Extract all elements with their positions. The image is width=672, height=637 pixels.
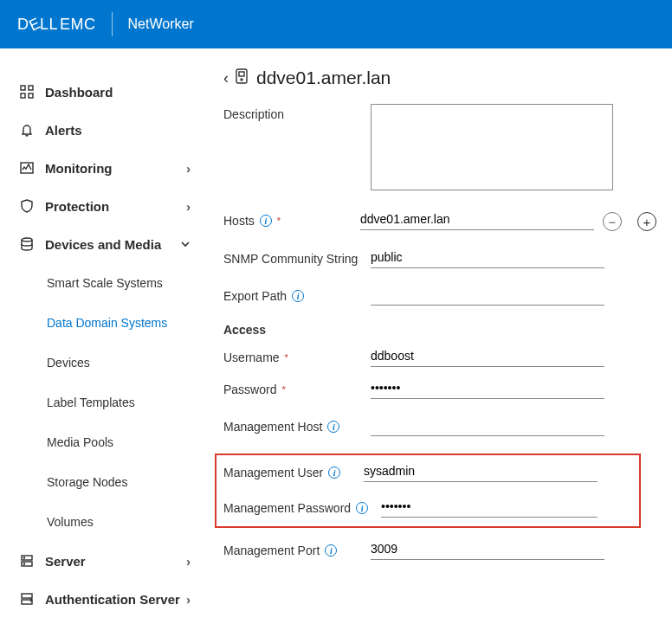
chevron-right-icon: ›	[186, 199, 191, 214]
svg-point-14	[241, 79, 242, 80]
sidebar-label: Devices and Media	[45, 237, 180, 252]
bell-icon	[17, 123, 36, 137]
info-icon[interactable]: i	[327, 421, 339, 433]
page-title-row: ‹ ddve01.amer.lan	[223, 68, 667, 88]
subnav-media-pools[interactable]: Media Pools	[47, 422, 196, 462]
subnav-storage-nodes[interactable]: Storage Nodes	[47, 462, 196, 502]
svg-point-8	[23, 557, 24, 558]
brand-emc: EMC	[60, 16, 96, 34]
svg-rect-10	[22, 594, 32, 598]
label-text: Management Port	[223, 544, 320, 557]
brand-dell: DELL	[17, 16, 58, 34]
sidebar-label: Authentication Server	[45, 592, 186, 607]
subnav-devices[interactable]: Devices	[47, 343, 196, 383]
sidebar-subnav: Smart Scale Systems Data Domain Systems …	[12, 263, 196, 542]
mgmt-port-input[interactable]	[371, 540, 604, 560]
sidebar-label: Protection	[45, 199, 186, 214]
row-password: Password *	[223, 379, 667, 399]
row-description: Description	[223, 104, 667, 193]
sidebar-label: Dashboard	[45, 85, 191, 100]
label-mgmt-port: Management Port i	[223, 540, 371, 557]
label-snmp: SNMP Community String	[223, 248, 371, 266]
server-icon	[17, 554, 36, 568]
chevron-right-icon: ›	[186, 161, 191, 176]
label-hosts: Hosts i *	[223, 210, 360, 228]
back-button[interactable]: ‹	[223, 69, 229, 87]
required-marker: *	[285, 352, 288, 363]
sidebar-item-devices-media[interactable]: Devices and Media	[12, 225, 196, 263]
hosts-input[interactable]	[360, 210, 594, 230]
page-title: ddve01.amer.lan	[256, 68, 391, 88]
svg-rect-2	[21, 93, 25, 98]
required-marker: *	[277, 216, 281, 226]
monitor-icon	[17, 161, 36, 175]
mgmt-user-input[interactable]	[364, 462, 598, 482]
label-text: Management User	[223, 466, 323, 479]
info-icon[interactable]: i	[356, 502, 368, 514]
label-username: Username *	[223, 347, 371, 364]
label-mgmt-host: Management Host i	[223, 416, 371, 434]
label-description: Description	[223, 104, 371, 121]
row-mgmt-host: Management Host i	[223, 416, 667, 436]
remove-host-button[interactable]: −	[603, 212, 622, 231]
label-text: Username	[223, 351, 280, 364]
row-snmp: SNMP Community String	[223, 248, 667, 268]
row-mgmt-port: Management Port i	[223, 540, 667, 560]
sidebar-item-auth-server[interactable]: Authentication Server ›	[12, 580, 196, 618]
svg-rect-3	[29, 93, 33, 98]
chevron-right-icon: ›	[186, 592, 191, 607]
sidebar-item-protection[interactable]: Protection ›	[12, 187, 196, 225]
info-icon[interactable]: i	[260, 215, 272, 227]
svg-rect-1	[29, 86, 33, 90]
row-username: Username *	[223, 347, 667, 367]
brand-divider	[112, 12, 113, 36]
subnav-data-domain[interactable]: Data Domain Systems	[47, 303, 196, 343]
section-access: Access	[223, 323, 667, 337]
username-input[interactable]	[371, 347, 604, 367]
sidebar-label: Alerts	[45, 123, 191, 138]
sidebar-item-server[interactable]: Server ›	[12, 542, 196, 580]
label-text: Management Host	[223, 420, 322, 434]
sidebar-label: Monitoring	[45, 161, 186, 176]
highlighted-section: Management User i Management Password i	[215, 454, 641, 528]
sidebar-item-alerts[interactable]: Alerts	[12, 111, 196, 149]
label-mgmt-user: Management User i	[223, 462, 364, 479]
svg-rect-0	[21, 86, 25, 90]
password-input[interactable]	[371, 379, 604, 399]
info-icon[interactable]: i	[292, 290, 304, 302]
label-text: Export Path	[223, 289, 287, 303]
row-export-path: Export Path i	[223, 286, 667, 306]
storage-icon	[17, 237, 36, 251]
sidebar-item-monitoring[interactable]: Monitoring ›	[12, 149, 196, 187]
add-host-button[interactable]: +	[637, 212, 656, 231]
mgmt-password-input[interactable]	[381, 498, 598, 518]
sidebar-item-dashboard[interactable]: Dashboard	[12, 73, 196, 111]
subnav-smart-scale[interactable]: Smart Scale Systems	[47, 263, 196, 303]
svg-point-5	[22, 238, 32, 241]
svg-rect-13	[239, 72, 244, 76]
dashboard-icon	[17, 85, 36, 99]
brand-logo: DELL EMC	[17, 16, 96, 34]
chevron-down-icon	[180, 237, 191, 252]
info-icon[interactable]: i	[325, 544, 337, 557]
main-content: ‹ ddve01.amer.lan Description Hosts i *	[208, 48, 672, 637]
description-textarea[interactable]	[371, 104, 613, 190]
mgmt-host-input[interactable]	[371, 416, 604, 436]
label-password: Password *	[223, 379, 371, 396]
svg-point-9	[23, 563, 24, 564]
sidebar: Dashboard Alerts Monitoring › Protection…	[0, 48, 208, 637]
svg-rect-11	[22, 600, 32, 604]
subnav-volumes[interactable]: Volumes	[47, 502, 196, 542]
label-mgmt-password: Management Password i	[223, 498, 381, 515]
auth-icon	[17, 592, 36, 606]
label-text: Password	[223, 383, 276, 396]
host-icon	[234, 68, 249, 87]
chevron-right-icon: ›	[186, 554, 191, 569]
export-input[interactable]	[371, 286, 604, 306]
row-hosts: Hosts i * − +	[223, 210, 667, 231]
config-form: Description Hosts i * − +	[223, 104, 667, 560]
sidebar-label: Server	[45, 554, 186, 569]
subnav-label-templates[interactable]: Label Templates	[47, 383, 196, 422]
info-icon[interactable]: i	[328, 466, 340, 479]
snmp-input[interactable]	[371, 248, 604, 268]
